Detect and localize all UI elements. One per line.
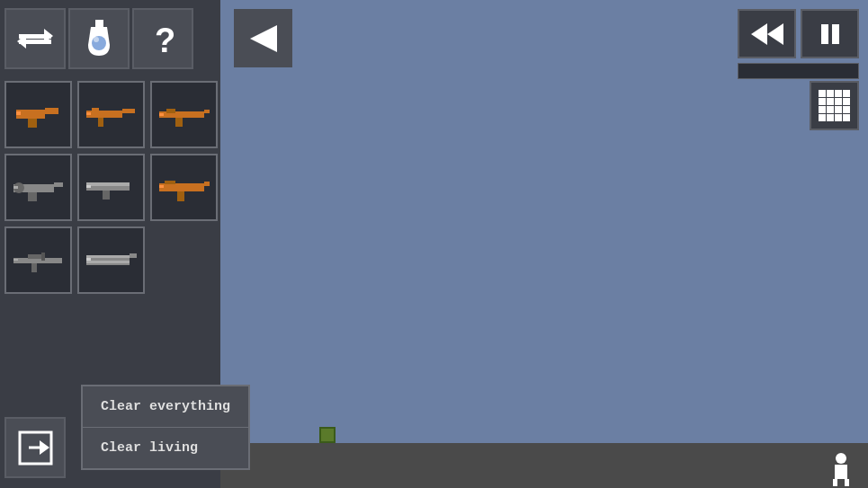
svg-rect-28: [86, 182, 130, 186]
weapon-slot-minigun[interactable]: [77, 226, 145, 294]
svg-marker-46: [250, 25, 277, 52]
svg-rect-38: [31, 263, 37, 272]
svg-point-6: [94, 37, 99, 42]
rewind-button[interactable]: [738, 9, 796, 58]
svg-rect-40: [41, 253, 45, 261]
context-menu: Clear everything Clear living: [81, 385, 250, 470]
svg-rect-50: [832, 24, 839, 44]
svg-rect-10: [28, 119, 37, 128]
svg-rect-33: [177, 191, 184, 201]
svg-rect-11: [16, 111, 21, 115]
exit-button[interactable]: [4, 417, 66, 478]
svg-rect-44: [86, 261, 130, 263]
svg-rect-20: [166, 109, 175, 113]
clear-living-button[interactable]: Clear living: [83, 428, 248, 468]
svg-rect-19: [175, 118, 183, 127]
svg-text:?: ?: [155, 22, 175, 58]
svg-rect-31: [159, 183, 204, 191]
weapon-slot-shotgun[interactable]: [77, 154, 145, 221]
person-icon: [828, 452, 855, 484]
svg-rect-39: [13, 259, 18, 261]
svg-rect-35: [159, 185, 164, 188]
svg-rect-42: [130, 253, 137, 258]
weapon-slot-sniper[interactable]: [4, 226, 72, 294]
svg-rect-30: [86, 185, 91, 188]
svg-rect-15: [92, 108, 99, 112]
svg-rect-29: [103, 191, 110, 200]
pause-button[interactable]: [801, 9, 859, 58]
potion-button[interactable]: [68, 8, 130, 69]
ground: [220, 443, 868, 488]
svg-marker-47: [767, 23, 783, 45]
svg-rect-14: [98, 118, 103, 127]
svg-rect-23: [54, 182, 63, 187]
game-entity: [319, 427, 336, 443]
svg-rect-49: [821, 24, 828, 44]
weapon-slot-lmg[interactable]: [4, 154, 72, 221]
grid-toggle-button[interactable]: [810, 81, 859, 130]
top-toolbar: ?: [0, 0, 220, 76]
svg-rect-9: [45, 108, 58, 114]
svg-rect-34: [165, 181, 175, 184]
swap-button[interactable]: [4, 8, 66, 69]
weapon-slot-assault[interactable]: [150, 154, 218, 221]
help-button[interactable]: ?: [132, 8, 193, 69]
svg-marker-48: [751, 23, 767, 45]
svg-point-54: [836, 453, 846, 464]
svg-rect-32: [204, 182, 210, 186]
svg-rect-45: [86, 258, 91, 261]
svg-rect-17: [159, 111, 204, 118]
svg-marker-53: [40, 440, 49, 455]
svg-rect-43: [86, 255, 130, 258]
weapon-slot-rifle[interactable]: [150, 81, 218, 148]
back-button[interactable]: [234, 9, 292, 67]
svg-rect-16: [86, 112, 91, 115]
svg-rect-37: [28, 254, 41, 259]
top-right-controls: [738, 9, 859, 79]
svg-rect-18: [204, 110, 210, 113]
progress-bar-container[interactable]: [738, 63, 859, 79]
svg-point-5: [92, 36, 106, 50]
svg-rect-26: [13, 186, 18, 189]
svg-rect-57: [845, 479, 849, 486]
svg-rect-4: [95, 20, 103, 27]
grid-icon: [819, 90, 850, 121]
svg-rect-55: [835, 465, 847, 479]
weapon-slot-smg[interactable]: [77, 81, 145, 148]
svg-rect-56: [833, 479, 837, 486]
svg-rect-13: [122, 109, 135, 113]
playback-controls: [738, 9, 859, 58]
svg-rect-21: [159, 113, 164, 116]
weapon-slot-pistol[interactable]: [4, 81, 72, 148]
svg-rect-24: [28, 192, 37, 201]
clear-everything-button[interactable]: Clear everything: [83, 386, 248, 428]
